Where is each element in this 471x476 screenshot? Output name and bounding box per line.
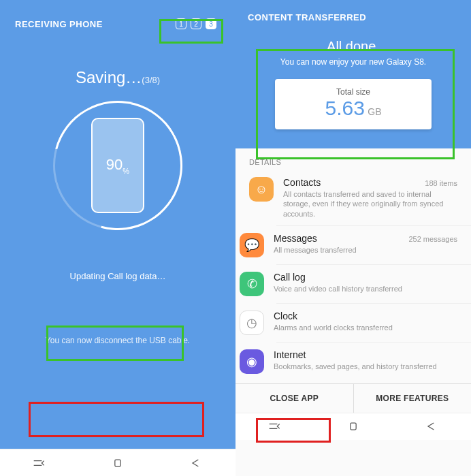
done-banner: CONTENT TRANSFERRED All done. You can no… <box>236 0 471 148</box>
left-screen: RECEIVING PHONE 1 2 3 Saving…(3/8) 90% U… <box>0 0 236 476</box>
svg-rect-0 <box>115 460 120 466</box>
clock-icon: ◷ <box>240 311 264 335</box>
progress-circle: 90% <box>53 101 182 230</box>
status-line: Updating Call log data… <box>50 264 186 288</box>
back-icon[interactable] <box>189 458 203 468</box>
internet-icon: ◉ <box>240 349 264 374</box>
step-indicator: 1 2 3 <box>172 16 221 32</box>
size-card: Total size 5.63 GB <box>275 79 432 129</box>
item-internet[interactable]: ◉ Internet Bookmarks, saved pages, and h… <box>276 342 471 381</box>
item-contacts[interactable]: ☺ Contacts188 items All contacts transfe… <box>236 170 471 225</box>
done-subtext: You can now enjoy your new Galaxy S8. <box>248 57 459 67</box>
nav-bar <box>0 449 236 476</box>
home-icon[interactable] <box>111 458 125 468</box>
back-icon[interactable] <box>425 422 438 431</box>
done-heading: All done. <box>248 39 459 54</box>
size-unit: GB <box>368 106 381 117</box>
size-label: Total size <box>275 87 432 97</box>
recents-icon[interactable] <box>33 458 46 468</box>
messages-icon: 💬 <box>240 233 264 257</box>
disconnect-hint: You can now disconnect the USB cable. <box>31 329 205 352</box>
saving-status: Saving…(3/8) <box>0 68 236 87</box>
page-title: RECEIVING PHONE <box>15 19 103 29</box>
svg-rect-1 <box>351 423 356 430</box>
banner-inner: All done. You can now enjoy your new Gal… <box>248 39 459 138</box>
saving-text: Saving… <box>76 68 142 86</box>
size-value: 5.63 <box>325 97 364 119</box>
home-icon[interactable] <box>346 422 360 431</box>
page-title: CONTENT TRANSFERRED <box>248 12 459 22</box>
nav-bar <box>236 413 471 440</box>
item-clock[interactable]: ◷ Clock Alarms and world clocks transfer… <box>276 303 471 342</box>
more-features-button[interactable]: MORE FEATURES <box>354 384 472 413</box>
item-messages[interactable]: 💬 Messages252 messages All messages tran… <box>276 225 471 264</box>
call-icon: ✆ <box>240 272 264 296</box>
item-calllog[interactable]: ✆ Call log Voice and video call history … <box>276 264 471 303</box>
step-2: 2 <box>191 18 201 29</box>
step-1: 1 <box>176 18 186 29</box>
close-app-button[interactable]: CLOSE APP <box>236 394 353 403</box>
recents-icon[interactable] <box>268 422 282 431</box>
contacts-icon: ☺ <box>249 177 274 202</box>
left-header: RECEIVING PHONE 1 2 3 <box>0 0 236 39</box>
button-bar: CLOSE APP MORE FEATURES <box>236 383 471 413</box>
step-3: 3 <box>206 18 216 29</box>
details-header: DETAILS <box>236 148 471 170</box>
progress-percent: 90% <box>106 156 129 174</box>
right-screen: CONTENT TRANSFERRED All done. You can no… <box>236 0 471 476</box>
saving-counter: (3/8) <box>142 75 160 85</box>
